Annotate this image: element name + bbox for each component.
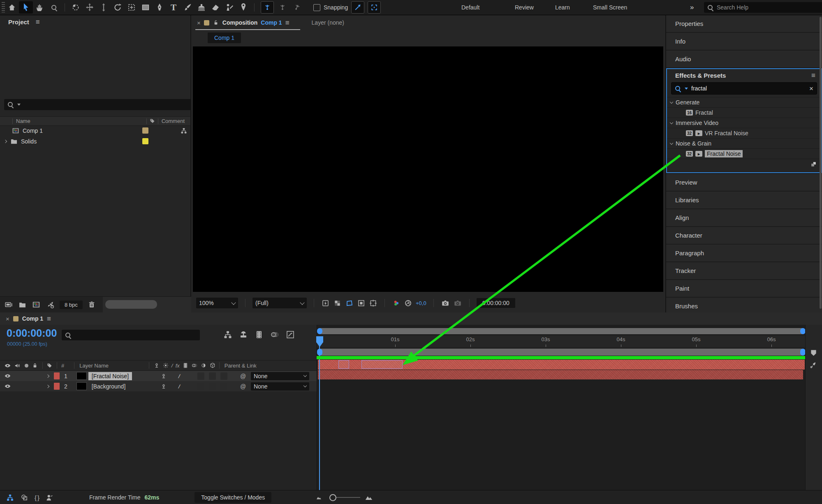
comp-marker-bin-icon[interactable]	[809, 349, 818, 357]
quality-switch[interactable]: /	[178, 383, 181, 389]
composition-tab-title[interactable]: Composition	[222, 19, 258, 26]
effects-search-input[interactable]	[690, 85, 807, 92]
panel-libraries[interactable]: Libraries	[666, 192, 822, 208]
switch-cell[interactable]	[220, 383, 227, 390]
work-area-thumb[interactable]	[318, 349, 805, 356]
guides-grid-options-icon[interactable]	[369, 299, 377, 307]
timeline-panel-menu-icon[interactable]: ≡	[47, 315, 51, 322]
effects-presets-menu-icon[interactable]: ≡	[811, 72, 815, 79]
viewer-timecode[interactable]: 0:00:00:00	[477, 298, 515, 308]
pan-camera-tool[interactable]	[83, 1, 97, 14]
effect-group-generate[interactable]: Generate	[667, 97, 821, 107]
transparency-grid-icon[interactable]	[333, 299, 342, 307]
zoom-tool[interactable]	[47, 1, 61, 14]
project-hscroll-thumb[interactable]	[105, 300, 157, 309]
layer-row-2[interactable]: 2 [Background] / @ None	[0, 381, 317, 391]
effect-group-immersive-video[interactable]: Immersive Video	[667, 118, 821, 128]
take-snapshot-icon[interactable]	[441, 298, 450, 307]
twirl-down-icon[interactable]	[670, 100, 673, 103]
motion-blur-icon[interactable]	[270, 330, 280, 340]
parent-link-dropdown[interactable]: None	[251, 372, 309, 380]
layer-name[interactable]: [Background]	[88, 382, 129, 391]
clone-stamp-tool[interactable]	[195, 1, 208, 14]
layer-label-swatch[interactable]	[54, 383, 60, 390]
close-panel-icon[interactable]: ×	[6, 316, 9, 322]
bit-depth-button[interactable]: 8 bpc	[60, 301, 83, 309]
switch-cell[interactable]	[197, 383, 204, 390]
project-item-label[interactable]: Comp 1	[23, 127, 43, 134]
effect-name-selected[interactable]: Fractal Noise	[705, 150, 743, 157]
current-timecode[interactable]: 0:00:00:00	[7, 327, 57, 339]
label-color-swatch[interactable]	[142, 127, 148, 134]
workspace-overflow-chevron[interactable]: »	[690, 3, 694, 12]
parent-pickwhip-icon[interactable]: @	[240, 383, 246, 390]
shy-anchor-switch-icon[interactable]	[160, 373, 167, 379]
switch-cell[interactable]	[209, 372, 216, 380]
continuous-raster-sun-icon[interactable]	[162, 362, 169, 369]
unlock-icon[interactable]	[213, 19, 219, 26]
delete-trash-icon[interactable]	[88, 301, 96, 309]
number-column-header[interactable]: #	[61, 363, 64, 369]
viewer-panel-menu-icon[interactable]: ≡	[285, 19, 289, 26]
3d-layer-switch-icon[interactable]	[209, 362, 216, 369]
layer-name-column-header[interactable]: Layer Name	[79, 363, 109, 369]
project-search-box[interactable]	[4, 99, 192, 110]
show-snapshot-icon[interactable]	[453, 298, 462, 307]
workspace-tab-default[interactable]: Default	[461, 4, 479, 11]
project-panel-menu-icon[interactable]: ≡	[36, 18, 40, 25]
exposure-value[interactable]: +0,0	[416, 300, 426, 306]
effect-group-noise-grain[interactable]: Noise & Grain	[667, 138, 821, 148]
hand-tool[interactable]	[33, 1, 47, 14]
graph-editor-icon[interactable]	[285, 330, 295, 340]
timeline-hscroll-track[interactable]	[318, 328, 805, 334]
timeline-tab-label[interactable]: Comp 1	[22, 315, 43, 322]
parent-link-column-header[interactable]: Parent & Link	[225, 363, 257, 369]
composition-tab-comp-name[interactable]: Comp 1	[261, 19, 282, 26]
project-search-input[interactable]	[23, 101, 189, 109]
rotation-tool[interactable]	[111, 1, 125, 14]
exposure-shutter-icon[interactable]	[404, 299, 412, 307]
panel-tracker[interactable]: Tracker	[666, 262, 822, 279]
timeline-search-input[interactable]	[74, 331, 197, 339]
lock-column-icon[interactable]	[32, 362, 38, 369]
puppet-pin-tool[interactable]	[236, 1, 250, 14]
comp-viewer-tab[interactable]: Comp 1	[208, 32, 241, 43]
share-person-icon[interactable]	[45, 493, 54, 502]
snap-arrow-button[interactable]	[351, 1, 364, 14]
frame-blend-switch-icon[interactable]	[182, 362, 189, 369]
layer-name-selected[interactable]: [Fractal Noise]	[88, 372, 132, 380]
adjustment-layer-switch-icon[interactable]	[200, 362, 207, 369]
panel-paragraph[interactable]: Paragraph	[666, 245, 822, 261]
pen-tool[interactable]	[153, 1, 167, 14]
snap-box-button[interactable]	[368, 1, 381, 14]
expression-braces-icon[interactable]: {}	[35, 494, 40, 501]
orbit-camera-tool[interactable]	[69, 1, 83, 14]
effect-item-fractal[interactable]: 16 Fractal	[667, 107, 821, 118]
timeline-hscroll-thumb[interactable]	[318, 328, 805, 334]
layer-list-empty-area[interactable]	[0, 391, 317, 490]
channel-select-icon[interactable]	[392, 299, 401, 307]
effect-name[interactable]: Fractal	[695, 109, 713, 116]
layer-bar-background[interactable]	[318, 370, 803, 379]
folder-twirl-icon[interactable]	[4, 139, 7, 143]
type-tool[interactable]: T	[167, 1, 181, 14]
panel-paint[interactable]: Paint	[666, 280, 822, 297]
audio-column-speaker-icon[interactable]	[14, 362, 21, 369]
roto-brush-tool[interactable]	[222, 1, 236, 14]
composition-canvas[interactable]	[193, 46, 663, 292]
parent-pickwhip-icon[interactable]: @	[240, 373, 246, 379]
help-search-box[interactable]	[704, 2, 822, 13]
fast-preview-icon[interactable]	[321, 299, 330, 307]
playhead-line[interactable]	[319, 336, 320, 490]
zoom-in-mountain-icon[interactable]	[364, 493, 373, 502]
quality-switch-icon[interactable]: /	[171, 362, 174, 368]
timeline-zoom-knob[interactable]	[329, 494, 336, 501]
motion-blur-switch-icon[interactable]	[191, 362, 198, 369]
pan-behind-tool[interactable]	[125, 1, 139, 14]
comp-label-swatch[interactable]	[204, 20, 209, 25]
solo-column-icon[interactable]	[25, 364, 28, 368]
composition-mini-flowchart-icon[interactable]	[223, 330, 233, 340]
mask-visibility-icon[interactable]	[357, 299, 366, 307]
effects-presets-title[interactable]: Effects & Presets	[675, 72, 726, 79]
panel-properties[interactable]: Properties	[666, 15, 822, 32]
